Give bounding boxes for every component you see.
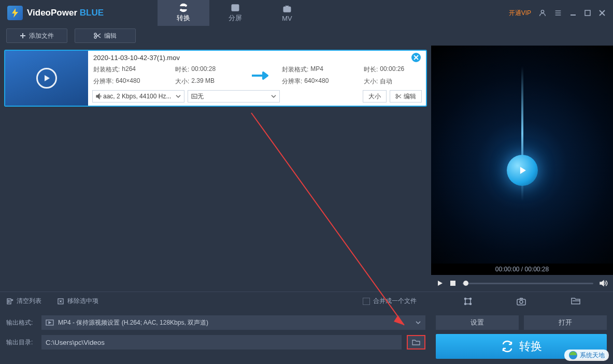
close-button[interactable] xyxy=(598,9,606,17)
subtitle-icon xyxy=(191,93,197,99)
svg-point-37 xyxy=(465,298,466,299)
menu-icon[interactable] xyxy=(554,9,562,17)
svg-rect-8 xyxy=(585,10,590,16)
arrow-icon xyxy=(241,71,278,80)
user-icon[interactable] xyxy=(538,9,547,17)
preview-panel: 00:00:00 / 00:00:28 xyxy=(431,46,613,292)
play-icon xyxy=(36,68,57,89)
svg-point-22 xyxy=(396,97,397,98)
svg-rect-19 xyxy=(192,94,197,98)
svg-point-14 xyxy=(94,33,96,35)
preview-controls xyxy=(431,275,613,292)
settings-button[interactable]: 设置 xyxy=(436,315,519,330)
output-format-label: 输出格式: xyxy=(6,318,36,327)
scissors-icon xyxy=(395,94,402,99)
crop-button[interactable] xyxy=(463,297,473,306)
edit-button[interactable]: 编辑 xyxy=(75,28,136,43)
open-button[interactable]: 打开 xyxy=(524,315,607,330)
scissors-icon xyxy=(94,33,101,39)
svg-point-39 xyxy=(465,303,466,304)
source-info-col2: 时长:00:00:28 大小:2.39 MB xyxy=(175,65,237,86)
window-controls: 开通VIP xyxy=(502,9,613,18)
watermark: 系统天地 xyxy=(564,350,609,361)
progress-bar[interactable] xyxy=(462,283,593,284)
bottom-bar: 输出格式: MP4 - 保持源视频设置 (H.264; AAC, 128Kbps… xyxy=(0,310,613,364)
output-format-select[interactable]: MP4 - 保持源视频设置 (H.264; AAC, 128Kbps, 双声道) xyxy=(41,315,425,330)
file-name: 2020-11-03-10-42-37(1).mov xyxy=(93,54,180,62)
main-tabs: 转换 分屏 MV xyxy=(158,0,313,26)
preview-canvas[interactable] xyxy=(431,46,613,264)
tab-mv-label: MV xyxy=(282,14,292,22)
clear-list-button[interactable]: 清空列表 xyxy=(6,297,41,305)
file-list: 2020-11-03-10-42-37(1).mov 封装格式:h264 分辨率… xyxy=(0,46,431,292)
volume-button[interactable] xyxy=(600,280,608,287)
app-logo: VideoPower BLUE xyxy=(0,6,111,20)
content-area: 2020-11-03-10-42-37(1).mov 封装格式:h264 分辨率… xyxy=(0,46,613,292)
remove-file-button[interactable] xyxy=(411,53,421,62)
preview-time: 00:00:00 / 00:00:28 xyxy=(431,264,613,275)
svg-point-13 xyxy=(94,36,96,38)
remove-icon xyxy=(57,298,64,305)
mid-bar: 清空列表 移除选中项 合并成一个文件 xyxy=(0,292,613,310)
svg-point-42 xyxy=(520,300,523,303)
format-icon xyxy=(46,319,54,326)
remove-selected-button[interactable]: 移除选中项 xyxy=(57,297,98,305)
clear-icon xyxy=(6,298,13,305)
header: VideoPower BLUE 转换 分屏 MV 开通VIP xyxy=(0,0,613,26)
tab-split[interactable]: 分屏 xyxy=(209,0,261,26)
svg-point-40 xyxy=(470,303,472,304)
card-edit-button[interactable]: 编辑 xyxy=(390,90,422,103)
svg-point-38 xyxy=(470,298,472,299)
speaker-icon xyxy=(96,93,103,99)
svg-point-3 xyxy=(541,10,544,13)
plus-icon xyxy=(20,33,26,39)
audio-track-select[interactable]: aac, 2 Kbps, 44100 Hz... xyxy=(92,90,184,103)
dest-info-col1: 封装格式:MP4 分辨率:640×480 xyxy=(282,65,360,86)
preview-play-icon xyxy=(507,155,538,186)
chevron-down-icon xyxy=(415,319,421,326)
tab-split-label: 分屏 xyxy=(229,13,242,23)
app-title: VideoPower BLUE xyxy=(27,8,104,18)
toolbar: 添加文件 编辑 xyxy=(0,26,613,46)
svg-rect-27 xyxy=(450,281,455,286)
tab-convert-label: 转换 xyxy=(177,13,190,23)
folder-icon xyxy=(411,339,421,346)
tab-convert[interactable]: 转换 xyxy=(158,0,209,26)
vip-link[interactable]: 开通VIP xyxy=(509,9,531,18)
play-button[interactable] xyxy=(436,280,444,287)
chevron-down-icon xyxy=(176,94,181,99)
edit-label: 编辑 xyxy=(104,32,117,40)
subtitle-select[interactable]: 无 xyxy=(188,90,280,103)
size-button[interactable]: 大小 xyxy=(363,90,387,103)
maximize-button[interactable] xyxy=(584,9,591,17)
tab-mv[interactable]: MV xyxy=(261,0,313,26)
progress-knob[interactable] xyxy=(463,281,468,286)
checkbox-icon xyxy=(363,298,370,305)
globe-icon xyxy=(568,351,578,360)
refresh-icon xyxy=(501,340,514,353)
svg-rect-2 xyxy=(283,7,291,12)
output-dir-label: 输出目录: xyxy=(6,338,36,347)
svg-point-23 xyxy=(396,94,397,96)
minimize-button[interactable] xyxy=(569,9,577,17)
thumbnail[interactable] xyxy=(5,51,88,106)
snapshot-button[interactable] xyxy=(516,297,526,306)
add-file-button[interactable]: 添加文件 xyxy=(6,28,67,43)
add-file-label: 添加文件 xyxy=(29,32,54,40)
source-info-col1: 封装格式:h264 分辨率:640×480 xyxy=(93,65,171,86)
browse-folder-button[interactable] xyxy=(407,335,425,350)
close-icon xyxy=(414,55,419,60)
file-card[interactable]: 2020-11-03-10-42-37(1).mov 封装格式:h264 分辨率… xyxy=(4,50,427,107)
dest-info-col2: 时长:00:00:26 大小:自动 xyxy=(364,65,421,86)
logo-icon xyxy=(7,6,23,20)
output-dir-input[interactable] xyxy=(41,335,402,350)
open-folder-button[interactable] xyxy=(571,297,581,306)
chevron-down-icon xyxy=(271,94,276,99)
card-body: 2020-11-03-10-42-37(1).mov 封装格式:h264 分辨率… xyxy=(88,51,426,106)
stop-button[interactable] xyxy=(450,280,456,286)
merge-checkbox[interactable]: 合并成一个文件 xyxy=(363,297,425,305)
